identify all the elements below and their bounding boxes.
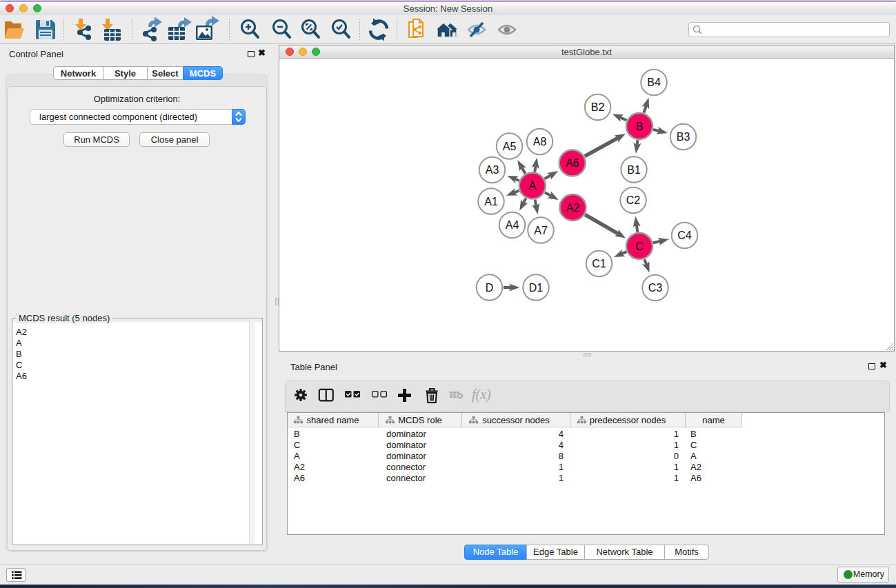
svg-text:A4: A4 [506,219,519,231]
svg-text:A3: A3 [486,164,499,176]
svg-text:C: C [635,241,644,252]
svg-text:B4: B4 [647,77,661,88]
svg-text:C2: C2 [626,194,641,206]
svg-text:A1: A1 [484,196,498,207]
svg-text:B1: B1 [627,164,641,176]
svg-text:A7: A7 [534,225,548,236]
svg-text:A2: A2 [566,202,580,214]
svg-text:C3: C3 [648,282,663,294]
svg-text:f(x): f(x) [472,387,491,403]
svg-text:B3: B3 [677,131,690,143]
svg-text:C1: C1 [592,258,606,270]
svg-text:A6: A6 [566,157,579,169]
svg-text:A: A [528,180,536,192]
svg-text:B2: B2 [591,101,605,113]
svg-text:D1: D1 [529,282,544,294]
svg-text:B: B [636,121,644,132]
svg-text:A8: A8 [533,136,547,148]
svg-text:D: D [486,282,494,294]
svg-text:A5: A5 [503,141,517,152]
svg-text:C4: C4 [677,230,692,241]
